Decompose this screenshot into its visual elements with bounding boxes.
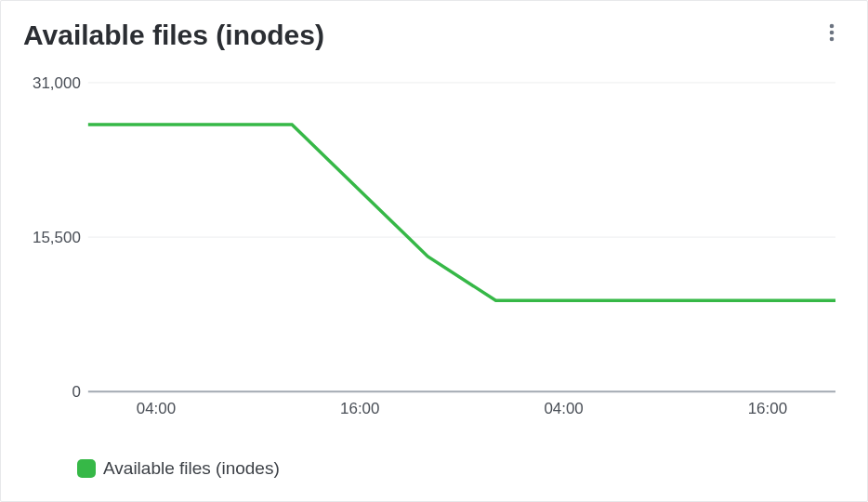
svg-point-1 [830,31,835,35]
x-tick-labels: 04:00 16:00 04:00 16:00 [137,400,787,417]
panel-header: Available files (inodes) [23,20,845,51]
x-tick-label: 16:00 [748,400,787,417]
chart-title: Available files (inodes) [23,20,324,51]
x-tick-label: 04:00 [137,400,176,417]
svg-point-2 [830,37,835,42]
legend-label: Available files (inodes) [103,458,280,479]
y-tick-label: 0 [72,383,80,401]
chart-series-line [88,125,835,300]
y-tick-label: 31,000 [33,74,81,92]
x-tick-label: 16:00 [340,400,379,417]
y-tick-labels: 0 15,500 31,000 [33,74,81,401]
chart-legend: Available files (inodes) [77,458,280,479]
chart-plot-area: 0 15,500 31,000 04:00 16:00 04:00 16:00 [23,64,845,445]
gridlines [88,83,835,237]
kebab-menu-icon [829,23,835,42]
chart-panel: Available files (inodes) 0 15, [0,0,868,502]
legend-swatch [77,459,96,478]
line-chart-svg: 0 15,500 31,000 04:00 16:00 04:00 16:00 [23,64,845,445]
svg-point-0 [830,24,835,29]
y-tick-label: 15,500 [33,229,81,246]
panel-menu-button[interactable] [819,20,845,46]
x-tick-label: 04:00 [544,400,583,417]
